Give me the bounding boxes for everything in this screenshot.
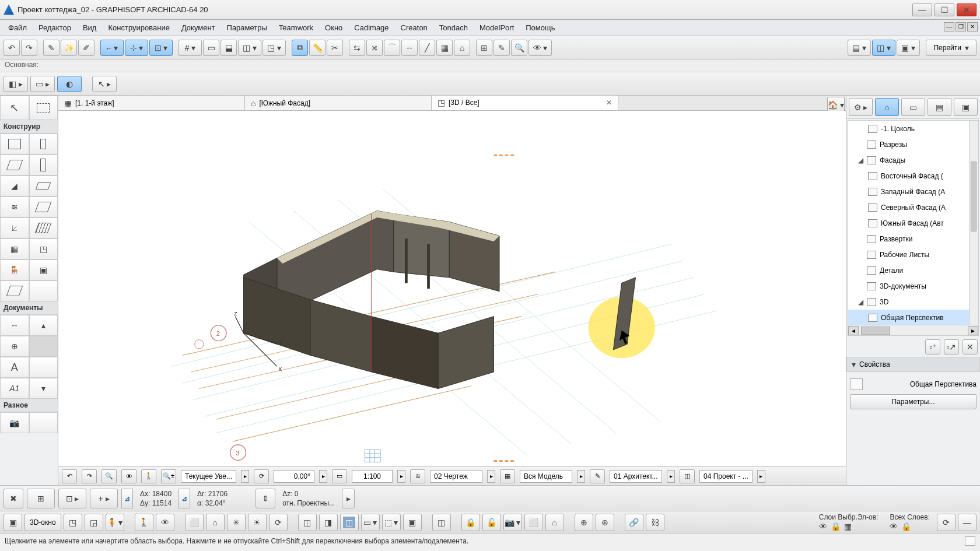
measure-button[interactable]: 📏 [309,40,326,56]
eye-icon[interactable]: 👁 [819,522,827,531]
delete-view-button[interactable]: ✕ [963,339,978,355]
wall-tool[interactable] [0,134,29,155]
zoom-mode-button[interactable]: 🔍± [161,469,176,483]
column-tool[interactable]: ◢ [0,176,29,196]
project-field[interactable]: 04 Проект - ... [699,470,752,483]
tree-east-elev[interactable]: Восточный Фасад ( [848,168,978,184]
orbit-button[interactable]: 👁 [121,469,136,483]
walk-button[interactable]: 🚶 [141,469,156,483]
menu-view[interactable]: Вид [77,21,103,34]
text-scroll[interactable] [29,336,58,357]
model-field[interactable]: Вся Модель [520,470,572,483]
doc-minimize-button[interactable]: — [944,22,954,31]
unlink-button[interactable]: ⛓ [646,514,664,531]
section-3d[interactable]: ◫ [432,514,451,531]
text-tool[interactable]: A [0,357,29,378]
fillet-button[interactable]: ⌒ [384,40,400,56]
ruler-button[interactable]: ▭ [203,40,219,56]
morph-tool[interactable]: ◳ [29,238,58,259]
suspend-groups-button[interactable]: ⧉ [292,40,308,56]
menu-creaton[interactable]: Creaton [395,21,433,34]
sun-button[interactable]: ☀ [248,514,267,531]
wire-icon[interactable]: ▦ [844,522,852,531]
drawing-dropdown[interactable]: ▸ [487,470,495,483]
tree-worksheets[interactable]: Рабочие Листы [848,247,978,262]
camera-tool[interactable]: 📷 [0,412,29,433]
intersect-button[interactable]: ⤨ [366,40,383,56]
layer-extra1[interactable]: ⟳ [937,514,956,531]
zoom-dropdown[interactable]: ▸ [241,470,249,483]
clip2[interactable]: ◨ [319,514,338,531]
show-hide-button[interactable]: 👁 ▾ [528,40,552,56]
scroll-up[interactable]: ▴ [29,315,58,336]
go-to-button[interactable]: Перейти▾ [926,40,977,56]
next-view-button[interactable]: ↷ [82,469,97,483]
snap-button[interactable]: ⊹ ▾ [125,40,148,56]
marquee-3d[interactable]: ⬚ ▾ [382,514,401,531]
drawing-field[interactable]: 02 Чертеж [430,470,482,483]
workspace-button[interactable]: ▣ ▾ [897,40,920,56]
tree-vscrollbar[interactable] [969,121,978,325]
new-view-button[interactable]: ▫⁺ [925,339,940,355]
resize-button[interactable]: ↔ [401,40,418,56]
stair-tool[interactable]: ⟀ [0,217,29,238]
menu-teamwork[interactable]: Teamwork [273,21,319,34]
lock-icon[interactable]: 🔒 [901,522,911,531]
tree-3d[interactable]: ◢3D [848,294,978,310]
tree-perspective[interactable]: Общая Перспектив [848,310,978,325]
show-all[interactable]: ⬜ [524,514,543,531]
element-snap-button[interactable]: ◫ ▾ [238,40,261,56]
zoom-button[interactable]: 🔍 [102,469,117,483]
close-tab-icon[interactable]: ✕ [606,99,612,107]
marquee-tool[interactable] [29,96,58,120]
explore-dropdown[interactable]: 🧍 ▾ [106,514,124,531]
minimize-button[interactable]: — [912,3,932,16]
eye-icon[interactable]: 👁 [890,522,898,531]
camera-dropdown[interactable]: 📷 ▾ [503,514,522,531]
tree-3d-docs[interactable]: 3D-документы [848,278,978,294]
menu-cadimage[interactable]: Cadimage [348,21,394,34]
slab-tool[interactable] [0,155,29,176]
filter-3d[interactable]: ▣ [403,514,422,531]
clip-dropdown[interactable]: ▭ ▾ [361,514,380,531]
clip3[interactable]: ◫ [340,514,359,531]
lamp-tool[interactable] [0,280,29,301]
pick-button[interactable]: ✎ [43,40,60,56]
coord-mode1[interactable]: ⊞ [27,489,55,508]
coord-mode2[interactable]: ⊡ ▸ [58,489,86,508]
roof-tool[interactable] [29,176,58,196]
geometry-method-button[interactable]: ▭ ▸ [30,76,55,92]
arrow-mode-button[interactable]: ↖ ▸ [92,76,117,92]
split-button[interactable]: ╱ [419,40,435,56]
menu-edit[interactable]: Редактор [33,21,77,34]
tab-3d[interactable]: ◳ [3D / Все] ✕ [432,96,618,110]
menu-help[interactable]: Помощь [520,21,561,34]
model-dropdown[interactable]: ▸ [577,470,585,483]
mode-orbit[interactable]: 👁 [156,514,174,531]
tree-hscrollbar[interactable]: ◂▸ [848,325,978,335]
mode-walk[interactable]: 🚶 [135,514,153,531]
label-tool[interactable]: A1 [0,378,29,399]
nav-settings-button[interactable]: ⚙ ▸ [849,98,873,116]
menu-options[interactable]: Параметры [221,21,273,34]
tree-south-elev[interactable]: Южный Фасад (Авт [848,215,978,231]
tree-sections[interactable]: Разрезы [848,136,978,152]
proj-front[interactable]: ⬜ [185,514,204,531]
rotate-button[interactable]: ⟳ [269,514,288,531]
arch-field[interactable]: 01 Архитект... [610,470,662,483]
nav-layout-book-button[interactable]: ▤ [928,98,951,116]
guideline-button[interactable]: ⌐ ▾ [100,40,124,56]
project-dropdown[interactable]: ▸ [757,470,765,483]
navigator-tree[interactable]: -1. Цоколь Разрезы ◢Фасады Восточный Фас… [848,120,979,336]
menu-tondach[interactable]: Tondach [433,21,474,34]
tree-west-elev[interactable]: Западный Фасад (А [848,184,978,199]
curtain-wall-tool[interactable]: ▦ [0,238,29,259]
tree-basement[interactable]: -1. Цоколь [848,121,978,136]
offset-button[interactable]: ▦ [436,40,453,56]
tab-floor-plan[interactable]: ▦ [1. 1-й этаж] [58,96,245,110]
rotation-icon[interactable]: ⟳ [254,469,269,483]
mesh-tool[interactable] [29,217,58,238]
trim-button[interactable]: ✂ [327,40,343,56]
edit-selection-button[interactable]: ✎ [494,40,510,56]
zone-tool[interactable]: ▣ [29,259,58,280]
